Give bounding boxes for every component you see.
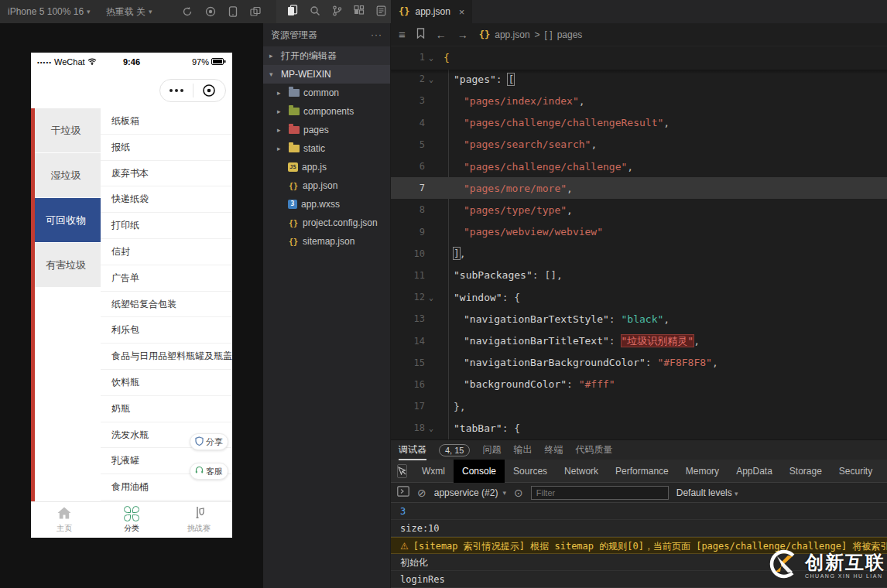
- eye-icon[interactable]: ⊙: [514, 487, 523, 499]
- debugger-tab-问题[interactable]: 问题: [482, 443, 501, 456]
- list-item[interactable]: 打印纸: [101, 213, 232, 239]
- list-item[interactable]: 废弃书本: [101, 161, 232, 187]
- list-item[interactable]: 饮料瓶: [101, 370, 232, 396]
- list-item[interactable]: 纸塑铝复合包装: [101, 292, 232, 318]
- list-item[interactable]: 快递纸袋: [101, 186, 232, 213]
- code-line-15[interactable]: 15"navigationBarBackgroundColor": "#F8F8…: [391, 352, 887, 374]
- git-branch-icon[interactable]: [332, 5, 342, 19]
- code-line-1[interactable]: 1⌄{: [391, 46, 887, 68]
- code-line-9[interactable]: 9"pages/webview/webview": [391, 221, 887, 243]
- code-line-11[interactable]: 11"subPackages": [],: [391, 265, 887, 286]
- code-editor[interactable]: 1⌄{2⌄"pages": [3"pages/index/index",4"pa…: [391, 46, 887, 439]
- category-item[interactable]: 湿垃圾: [31, 153, 101, 197]
- more-actions-icon[interactable]: ···: [371, 29, 382, 40]
- devtools-tab-sensor[interactable]: Sensor: [881, 460, 887, 483]
- share-button[interactable]: 分享: [190, 433, 228, 450]
- list-item[interactable]: 广告单: [101, 265, 232, 292]
- folder-row-common[interactable]: ▸common: [263, 84, 390, 102]
- code-line-3[interactable]: 3"pages/index/index",: [391, 90, 887, 111]
- compile-icon[interactable]: [205, 6, 216, 17]
- devtools-tab-network[interactable]: Network: [556, 460, 607, 483]
- fold-icon[interactable]: ⌄: [425, 293, 437, 302]
- debugger-tab-输出[interactable]: 输出: [513, 443, 532, 456]
- code-line-2[interactable]: 2⌄"pages": [: [391, 68, 887, 90]
- device-selector[interactable]: iPhone 5 100% 16 ▾: [0, 6, 98, 17]
- refresh-icon[interactable]: [182, 6, 193, 17]
- devtools-tab-appdata[interactable]: AppData: [728, 460, 781, 483]
- breadcrumb[interactable]: {} app.json > [ ] pages: [479, 29, 583, 40]
- log-levels-selector[interactable]: Default levels ▾: [676, 487, 738, 498]
- category-item[interactable]: 可回收物: [31, 198, 101, 242]
- file-row-app.wxss[interactable]: 3app.wxss: [263, 195, 390, 214]
- console-log-row[interactable]: 3: [391, 503, 887, 520]
- list-item[interactable]: 奶瓶: [101, 396, 232, 422]
- forward-icon[interactable]: →: [457, 29, 468, 41]
- console-drawer-icon[interactable]: [397, 486, 409, 499]
- inspect-element-icon[interactable]: [397, 464, 407, 478]
- devtools-tab-console[interactable]: Console: [454, 460, 505, 483]
- devtools-tab-memory[interactable]: Memory: [677, 460, 728, 483]
- category-item[interactable]: 干垃圾: [31, 108, 101, 152]
- devtools-tab-performance[interactable]: Performance: [607, 460, 677, 483]
- file-row-app.js[interactable]: JSapp.js: [263, 158, 390, 176]
- list-item[interactable]: 纸板箱: [101, 108, 232, 135]
- close-icon[interactable]: ×: [459, 6, 465, 18]
- devtools-tab-storage[interactable]: Storage: [781, 460, 830, 483]
- bookmark-icon[interactable]: [416, 28, 425, 41]
- tab-app-json[interactable]: {} app.json ×: [391, 0, 472, 23]
- category-item[interactable]: 有害垃圾: [31, 243, 101, 287]
- code-line-14[interactable]: 14"navigationBarTitleText": "垃圾识别精灵",: [391, 330, 887, 351]
- code-line-18[interactable]: 18⌄"tabBar": {: [391, 417, 887, 439]
- list-item[interactable]: 利乐包: [101, 317, 232, 344]
- fold-icon[interactable]: ⌄: [425, 424, 437, 432]
- code-line-13[interactable]: 13"navigationBarTextStyle": "black",: [391, 308, 887, 330]
- code-line-8[interactable]: 8"pages/type/type",: [391, 199, 887, 220]
- code-line-17[interactable]: 17},: [391, 395, 887, 417]
- code-line-5[interactable]: 5"pages/search/search",: [391, 134, 887, 156]
- debugger-tab-调试器[interactable]: 调试器: [399, 443, 426, 456]
- context-selector[interactable]: appservice (#2) ▾: [434, 487, 506, 498]
- search-icon[interactable]: [310, 5, 320, 19]
- fold-icon[interactable]: ⌄: [425, 53, 437, 62]
- files-panel-icon[interactable]: [287, 5, 298, 19]
- list-item[interactable]: 报纸: [101, 135, 232, 161]
- more-menu-button[interactable]: [160, 89, 193, 92]
- devtools-tab-wxml[interactable]: Wxml: [413, 460, 454, 483]
- open-editors-row[interactable]: ▸ 打开的编辑器: [263, 46, 390, 65]
- remote-debug-icon[interactable]: [250, 6, 261, 17]
- devtools-tab-security[interactable]: Security: [830, 460, 881, 483]
- file-row-sitemap.json[interactable]: {}sitemap.json: [263, 232, 390, 251]
- filter-input[interactable]: [531, 486, 669, 500]
- extensions-icon[interactable]: [354, 5, 365, 19]
- tab-category[interactable]: 分类: [98, 502, 166, 538]
- code-line-10[interactable]: 10],: [391, 243, 887, 265]
- tab-challenge[interactable]: 挑战赛: [165, 502, 232, 538]
- preview-phone-icon[interactable]: [228, 6, 238, 17]
- list-item[interactable]: 信封: [101, 239, 232, 265]
- project-root-row[interactable]: ▾ MP-WEIXIN: [263, 65, 390, 84]
- fold-icon[interactable]: ⌄: [425, 75, 437, 84]
- folder-row-pages[interactable]: ▸pages: [263, 121, 390, 139]
- folder-row-static[interactable]: ▸static: [263, 139, 390, 158]
- debugger-tab-终端[interactable]: 终端: [544, 443, 563, 456]
- back-icon[interactable]: ←: [436, 29, 447, 41]
- devtools-tab-sources[interactable]: Sources: [505, 460, 556, 483]
- file-row-project.config.json[interactable]: {}project.config.json: [263, 214, 390, 232]
- tab-home[interactable]: 主页: [31, 502, 98, 538]
- list-item[interactable]: 食品与日用品塑料瓶罐及瓶盖(总): [101, 344, 232, 370]
- code-line-7[interactable]: 7"pages/more/more",: [391, 177, 887, 199]
- folder-row-components[interactable]: ▸components: [263, 102, 390, 121]
- hot-reload-toggle[interactable]: 热重载 关 ▾: [98, 5, 160, 19]
- notes-icon[interactable]: [376, 5, 386, 19]
- code-line-16[interactable]: 16"backgroundColor": "#fff": [391, 374, 887, 395]
- customer-service-button[interactable]: 客服: [190, 463, 228, 480]
- code-line-12[interactable]: 12⌄"window": {: [391, 286, 887, 308]
- debugger-tab-代码质量[interactable]: 代码质量: [575, 443, 612, 456]
- menu-icon[interactable]: ≡: [399, 28, 406, 41]
- clear-console-icon[interactable]: ⊘: [417, 487, 426, 499]
- console-log-row[interactable]: size:10: [391, 520, 887, 537]
- code-line-4[interactable]: 4"pages/challenge/challengeResult",: [391, 112, 887, 134]
- code-line-6[interactable]: 6"pages/challenge/challenge",: [391, 156, 887, 177]
- file-row-app.json[interactable]: {}app.json: [263, 176, 390, 195]
- exit-target-button[interactable]: [193, 84, 226, 97]
